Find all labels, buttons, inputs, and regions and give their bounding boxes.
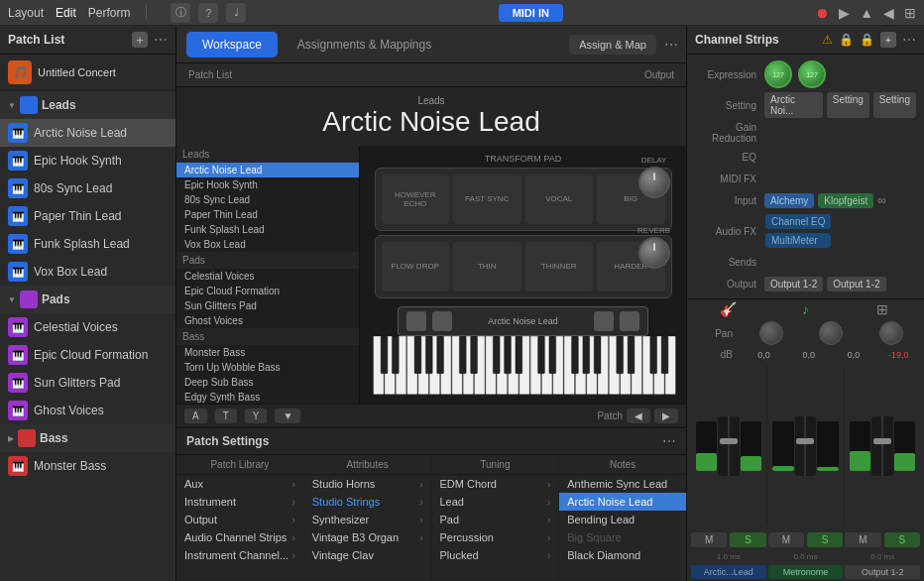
fx-channel-eq[interactable]: Channel EQ [765,214,831,229]
menu-perform[interactable]: Perform [88,6,131,20]
patch-entry-arctic[interactable]: Arctic Noise Lead [176,163,359,177]
pad-btn-fast-sync[interactable]: FAST SYNC [453,174,521,224]
strip-tag-2[interactable]: Metronome [768,565,844,579]
metronome-icon[interactable]: ♩ [226,3,246,23]
pad-btn-flow-drop[interactable]: FLOW DROP [382,242,450,291]
tuning-pad[interactable]: Pad› [432,511,559,528]
sidebar-item-arctic-noise[interactable]: 🎹 Arctic Noise Lead [0,119,175,147]
pad-btn-thinner[interactable]: THINNER [525,242,594,291]
patch-entry-ghost[interactable]: Ghost Voices [176,313,359,328]
patch-entry-vox[interactable]: Vox Box Lead [176,237,359,252]
attr-studio-strings[interactable]: Studio Strings› [304,493,431,511]
strip-3-s-btn[interactable]: S [884,532,920,547]
tuning-edm[interactable]: EDM Chord› [432,475,559,493]
pad-btn-however-echo[interactable]: HOWEVERECHO [382,174,450,224]
sidebar-item-80s-sync[interactable]: 🎹 80s Sync Lead [0,174,175,202]
keyboard-area[interactable]: // Just draw them via SVG rects [368,336,678,396]
patch-entry-torn[interactable]: Torn Up Wobble Bass [176,360,359,375]
pad-btn-thin[interactable]: THIN [453,242,521,291]
delay-knob[interactable] [638,167,670,198]
synth-ctl-4[interactable] [620,311,639,331]
strip-2-m-btn[interactable]: M [768,532,804,547]
tuning-plucked[interactable]: Plucked› [432,546,559,564]
sidebar-item-ghost[interactable]: 🎹 Ghost Voices [0,397,175,424]
library-instrument[interactable]: Instrument› [176,493,303,511]
input-alchemy[interactable]: Alchemy [764,193,814,208]
patch-settings-options[interactable]: ⋯ [662,433,676,449]
pan-knob-control-3[interactable] [879,321,903,345]
patch-entry-epic-hook[interactable]: Epic Hook Synth [176,177,359,192]
sidebar-item-epic-cloud[interactable]: 🎹 Epic Cloud Formation [0,341,175,369]
setting-btn-2[interactable]: Setting [873,92,916,118]
sidebar-item-vox-box[interactable]: 🎹 Vox Box Lead [0,258,175,286]
folder-leads[interactable]: ▼ Leads [0,91,175,119]
metronome-button[interactable]: ▲ [860,5,873,21]
expression-knob-1[interactable]: 127 [764,60,792,88]
patch-entry-paper[interactable]: Paper Thin Lead [176,207,359,222]
pad-btn-vocal[interactable]: VOCAL [525,174,594,224]
library-aux[interactable]: Aux› [176,475,303,493]
fx-multimeter[interactable]: MultiMeter [765,233,831,248]
menu-layout[interactable]: Layout [8,6,44,20]
synth-ctl-1[interactable] [406,311,426,331]
folder-bass[interactable]: ▶ Bass [0,424,175,452]
folder-pads[interactable]: ▼ Pads [0,286,175,313]
patch-prev[interactable]: ◀ [627,408,650,423]
library-output[interactable]: Output› [176,511,303,528]
output-btn-1[interactable]: Output 1-2 [764,277,823,291]
patch-entry-funk[interactable]: Funk Splash Lead [176,222,359,237]
patch-next[interactable]: ▶ [654,408,678,423]
strip-3-fader[interactable] [871,416,892,476]
pan-knob-control-1[interactable] [759,321,783,345]
sidebar-item-celestial[interactable]: 🎹 Celestial Voices [0,313,175,341]
ctrl-t[interactable]: T [215,408,237,423]
note-black-diamond[interactable]: Black Diamond [559,546,686,564]
pan-knob-control-2[interactable] [819,321,843,345]
synth-ctl-2[interactable] [432,311,452,331]
output-btn-2[interactable]: Output 1-2 [827,277,885,291]
tuning-lead[interactable]: Lead› [432,493,559,511]
note-big-square[interactable]: Big Square [559,528,686,546]
patch-entry-cloud[interactable]: Epic Cloud Formation [176,284,359,298]
library-audio-channel[interactable]: Audio Channel Strips› [176,528,303,546]
assign-map-button[interactable]: Assign & Map [569,35,656,55]
pan-knob-3[interactable] [863,321,920,345]
expression-knob-2[interactable]: 127 [798,60,826,88]
ctrl-y[interactable]: Y [245,408,268,423]
strip-3-thumb[interactable] [873,438,891,444]
strip-2-fader[interactable] [795,416,816,476]
sidebar-item-paper-thin[interactable]: 🎹 Paper Thin Lead [0,202,175,230]
note-anthemic[interactable]: Anthemic Sync Lead [559,475,686,493]
strip-2-s-btn[interactable]: S [807,532,843,547]
patch-entry-80s[interactable]: 80s Sync Lead [176,192,359,207]
note-arctic[interactable]: Arctic Noise Lead [559,493,686,511]
sidebar-item-funk-splash[interactable]: 🎹 Funk Splash Lead [0,230,175,258]
strip-2-thumb[interactable] [796,438,814,444]
settings-button[interactable]: ⊞ [904,5,916,21]
pan-knob-2[interactable] [802,321,860,345]
patch-entry-edgy[interactable]: Edgy Synth Bass [176,390,359,404]
ctrl-a[interactable]: A [184,408,207,423]
sidebar-item-sun-glitters[interactable]: 🎹 Sun Glitters Pad [0,369,175,397]
strip-tag-1[interactable]: Arctic...Lead [691,565,766,579]
midi-in-button[interactable]: MIDI IN [499,4,563,22]
sidebar-item-epic-hook[interactable]: 🎹 Epic Hook Synth [0,147,175,174]
play-button[interactable]: ▶ [839,5,850,21]
concert-item[interactable]: 🎵 Untitled Concert [0,55,175,91]
strip-3-m-btn[interactable]: M [845,532,880,547]
attr-synthesizer[interactable]: Synthesizer› [304,511,431,528]
strip-1-s-btn[interactable]: S [730,532,765,547]
note-bending[interactable]: Bending Lead [559,511,686,528]
ctrl-v[interactable]: ▼ [275,408,300,423]
strip-1-fader[interactable] [718,416,739,476]
sidebar-options-button[interactable]: ⋯ [154,32,168,48]
pan-knob-1[interactable] [743,321,800,345]
synth-ctl-3[interactable] [594,311,614,331]
attr-vintage-b3[interactable]: Vintage B3 Organ› [304,528,431,546]
tabs-options-button[interactable]: ⋯ [664,37,678,53]
info-icon[interactable]: ⓘ [171,3,190,23]
tab-assignments[interactable]: Assignments & Mappings [282,32,447,58]
tab-workspace[interactable]: Workspace [186,32,278,58]
record-button[interactable]: ⏺ [815,5,829,21]
setting-arctic[interactable]: Arctic Noi... [764,92,823,118]
